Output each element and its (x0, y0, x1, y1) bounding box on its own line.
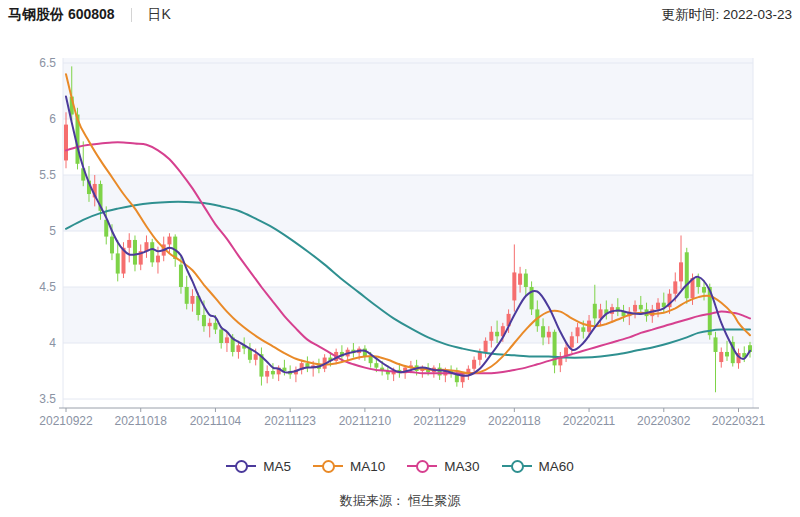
candle[interactable] (150, 239, 154, 267)
candle[interactable] (64, 112, 68, 168)
candle[interactable] (438, 363, 442, 380)
shade-bands (63, 58, 753, 343)
candle[interactable] (127, 233, 131, 262)
candle[interactable] (259, 347, 263, 385)
svg-text:20211018: 20211018 (114, 414, 167, 428)
candle[interactable] (472, 356, 476, 373)
candle[interactable] (714, 332, 718, 392)
candle[interactable] (248, 343, 252, 363)
ma30-marker-icon (407, 460, 437, 473)
candle[interactable] (558, 352, 562, 372)
svg-text:6: 6 (49, 112, 56, 126)
svg-text:4.5: 4.5 (39, 280, 56, 294)
data-source: 数据来源： 恒生聚源 (0, 492, 800, 510)
legend-label-ma60: MA60 (539, 459, 574, 474)
svg-text:20220302: 20220302 (637, 414, 691, 428)
x-axis: 2021092220211018202111042021112320211210… (39, 408, 765, 428)
candle[interactable] (748, 342, 752, 358)
svg-text:20211104: 20211104 (190, 414, 242, 428)
candle[interactable] (725, 341, 729, 361)
candle[interactable] (144, 235, 148, 257)
candle[interactable] (685, 248, 689, 304)
svg-text:6.5: 6.5 (39, 56, 56, 70)
candle[interactable] (305, 356, 309, 372)
svg-text:20211229: 20211229 (413, 414, 466, 428)
svg-text:3.5: 3.5 (39, 392, 56, 406)
candlestick-chart[interactable]: 6.565.554.543.52021092220211018202111042… (0, 0, 800, 448)
svg-text:20211123: 20211123 (264, 414, 316, 428)
legend-item-ma10[interactable]: MA10 (313, 459, 385, 474)
candle[interactable] (719, 347, 723, 367)
candle[interactable] (363, 345, 367, 361)
svg-text:20220118: 20220118 (488, 414, 541, 428)
candle[interactable] (294, 367, 298, 383)
candle[interactable] (167, 233, 171, 253)
legend-item-ma5[interactable]: MA5 (226, 459, 291, 474)
legend-label-ma5: MA5 (263, 459, 291, 474)
candle[interactable] (300, 360, 304, 375)
candle[interactable] (139, 244, 143, 270)
candle[interactable] (265, 365, 269, 383)
legend-label-ma30: MA30 (444, 459, 479, 474)
svg-text:5.5: 5.5 (39, 168, 56, 182)
ma10-marker-icon (313, 460, 343, 473)
candle[interactable] (679, 235, 683, 289)
svg-text:20210922: 20210922 (39, 414, 93, 428)
svg-text:4: 4 (49, 336, 56, 350)
legend-label-ma10: MA10 (350, 459, 385, 474)
candle[interactable] (432, 365, 436, 377)
legend: MA5 MA10 MA30 MA60 (0, 453, 800, 479)
svg-text:20220211: 20220211 (563, 414, 616, 428)
svg-text:20211210: 20211210 (339, 414, 392, 428)
candle[interactable] (351, 343, 355, 358)
ma5-marker-icon (226, 460, 256, 473)
y-axis-labels: 6.565.554.543.5 (39, 56, 56, 406)
svg-text:5: 5 (49, 224, 56, 238)
candle[interactable] (553, 330, 557, 374)
legend-item-ma60[interactable]: MA60 (502, 459, 574, 474)
legend-item-ma30[interactable]: MA30 (407, 459, 479, 474)
svg-text:20220321: 20220321 (712, 414, 766, 428)
ma60-marker-icon (502, 460, 532, 473)
